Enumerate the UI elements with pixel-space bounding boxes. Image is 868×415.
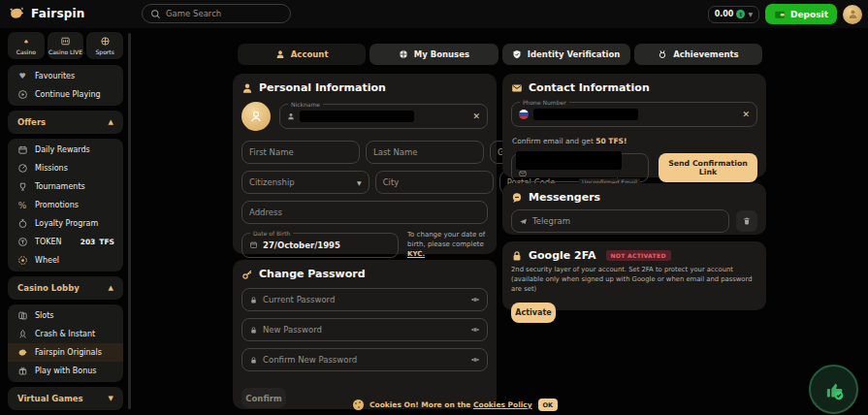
panel-title: Contact Information (529, 81, 650, 94)
messengers-panel: Messengers Telegram (502, 183, 766, 235)
cookie-ok-button[interactable]: OK (538, 399, 558, 411)
item-label: TOKEN (35, 238, 61, 246)
chevron-down-icon: ▼ (748, 11, 753, 17)
sidebar-tab-casino[interactable]: ♠ Casino (8, 32, 45, 59)
wallet-icon (774, 9, 786, 20)
tab-account[interactable]: Account (238, 44, 366, 65)
token-balance: 203 (80, 238, 96, 246)
percent-icon: % (16, 200, 28, 211)
sidebar-item-tournaments[interactable]: Tournaments (8, 177, 123, 196)
date-of-birth-field[interactable]: Date of Birth 27/October/1995 (241, 233, 399, 258)
sidebar-tab-sports[interactable]: Sports (86, 32, 123, 59)
address-input[interactable] (249, 208, 480, 217)
deposit-button[interactable]: Deposit (765, 4, 837, 24)
item-label: Missions (35, 164, 68, 173)
section-label: Offers (17, 117, 46, 127)
first-name-field (241, 141, 360, 164)
sidebar-item-missions[interactable]: Missions (8, 159, 123, 177)
email-field[interactable]: Unconfirmed Email (511, 153, 649, 182)
brand-logo[interactable]: Fairspin (9, 5, 85, 21)
first-name-input[interactable] (249, 147, 352, 157)
eye-icon[interactable] (470, 325, 480, 335)
redacted-phone-value (533, 109, 638, 120)
send-confirmation-link-button[interactable]: Send Confirmation Link (659, 153, 757, 182)
phone-number-field[interactable]: Phone Number ✕ (511, 102, 757, 127)
nickname-field[interactable]: Nickname ✕ (279, 104, 488, 129)
balance-selector[interactable]: 0.00 t ▼ (708, 6, 759, 23)
clear-icon[interactable]: ✕ (742, 111, 750, 119)
kyc-link[interactable]: KYC. (407, 250, 425, 258)
deposit-label: Deposit (790, 10, 828, 19)
clear-icon[interactable]: ✕ (472, 112, 480, 121)
stopwatch-icon (16, 218, 28, 230)
sidebar-item-wheel[interactable]: Wheel (8, 251, 123, 270)
chevron-up-icon: ▲ (109, 284, 113, 292)
tab-label: Account (291, 49, 329, 59)
eye-icon[interactable] (470, 355, 480, 365)
sidebar-scrollbar[interactable] (128, 33, 131, 409)
chevron-up-icon: ▲ (109, 118, 113, 126)
search-input[interactable] (166, 9, 282, 18)
item-label: Fairspin Originals (35, 348, 102, 357)
sidebar-item-play-with-bonus[interactable]: Play with Bonus (8, 362, 123, 380)
rocket-icon (16, 329, 28, 340)
sidebar-item-slots[interactable]: Slots (8, 306, 123, 325)
activate-2fa-button[interactable]: Activate (511, 303, 556, 323)
last-name-field (366, 141, 484, 164)
tab-my-bonuses[interactable]: My Bonuses (370, 44, 498, 65)
sidebar-item-loyalty-program[interactable]: Loyalty Program (8, 214, 123, 233)
telegram-field[interactable]: Telegram (511, 209, 729, 233)
sidebar-item-daily-rewards[interactable]: Daily Rewards (8, 141, 123, 159)
status-badge: NOT ACTIVATED (606, 250, 671, 261)
confirm-password-button[interactable]: Confirm (241, 388, 286, 408)
item-label: Favourites (35, 72, 75, 80)
citizenship-field[interactable]: ▼ (241, 171, 370, 194)
cookie-icon (353, 399, 364, 410)
search-icon (150, 9, 161, 19)
cookies-policy-link[interactable]: Cookies Policy (473, 400, 532, 409)
current-password-input[interactable] (263, 295, 466, 304)
profile-avatar[interactable] (843, 5, 862, 24)
gauge-icon (16, 163, 28, 175)
tab-label: Achievements (673, 49, 738, 59)
eye-icon[interactable] (470, 295, 480, 304)
top-bar: Fairspin 0.00 t ▼ Deposit (0, 0, 868, 28)
panel-title: Personal Information (259, 81, 386, 94)
panel-title: Messengers (529, 191, 600, 204)
redacted-email-value (516, 151, 622, 170)
tab-achievements[interactable]: Achievements (634, 44, 762, 65)
item-label: Tournaments (35, 182, 85, 191)
cookie-text: Cookies On! More on the Cookies Policy (370, 400, 532, 409)
sidebar-section-virtual-games[interactable]: Virtual Games ▼ (8, 389, 123, 408)
city-input[interactable] (383, 177, 486, 187)
wheel-icon (16, 255, 28, 267)
citizenship-input[interactable] (249, 177, 352, 187)
sidebar-item-favourites[interactable]: ♥ Favourites (8, 67, 123, 85)
city-field (375, 171, 494, 194)
last-name-input[interactable] (373, 147, 476, 157)
sidebar-item-token[interactable]: TOKEN 203 TFS (8, 233, 123, 251)
lock-icon (249, 326, 258, 335)
profile-photo-avatar[interactable] (241, 102, 271, 131)
slot-machine-icon (60, 36, 71, 47)
play-circle-icon (16, 89, 28, 101)
sidebar-section-casino-lobby[interactable]: Casino Lobby ▲ (8, 278, 123, 298)
live-chat-widget-button[interactable] (809, 365, 858, 414)
sidebar-item-fairspin-originals[interactable]: Fairspin Originals (8, 343, 123, 362)
delete-messenger-button[interactable] (736, 210, 757, 232)
sidebar-tab-casino-live[interactable]: Casino LIVE (48, 32, 84, 59)
token-coin-icon (16, 237, 28, 248)
sidebar-item-continue-playing[interactable]: Continue Playing (8, 85, 123, 104)
token-coin-icon: t (736, 10, 745, 18)
confirm-new-password-input[interactable] (263, 355, 466, 365)
nickname-label: Nickname (288, 101, 323, 108)
tab-identity-verification[interactable]: Identity Verification (502, 44, 630, 65)
trophy-icon (16, 181, 28, 193)
sidebar-item-crash-instant[interactable]: Crash & Instant (8, 325, 123, 343)
redacted-nickname-value (300, 111, 414, 122)
sidebar-section-offers[interactable]: Offers ▲ (8, 112, 123, 132)
sidebar-item-promotions[interactable]: % Promotions (8, 196, 123, 214)
dob-label: Date of Birth (250, 230, 293, 237)
new-password-input[interactable] (263, 325, 466, 335)
kyc-note: To change your date of birth, please com… (407, 231, 488, 259)
